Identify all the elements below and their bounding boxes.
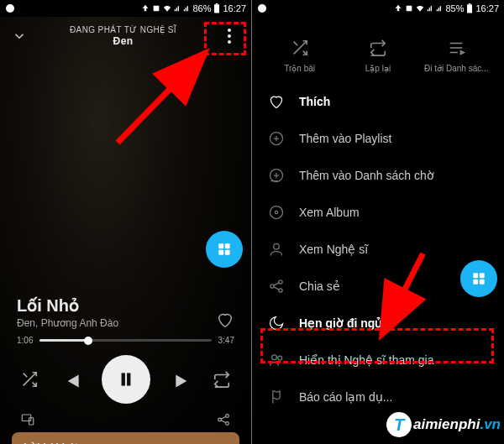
floating-grid-button[interactable]	[460, 260, 497, 297]
moon-icon	[267, 314, 286, 332]
menu-label: Thêm vào Danh sách chờ	[299, 169, 434, 182]
shuffle-button[interactable]	[20, 370, 39, 389]
svg-point-23	[274, 243, 280, 249]
pause-button[interactable]	[102, 355, 150, 404]
share-icon	[267, 277, 286, 295]
svg-rect-2	[214, 4, 219, 13]
like-button[interactable]	[216, 311, 234, 329]
clock: 16:27	[223, 3, 246, 13]
shuffle-icon	[291, 39, 309, 57]
menu-view-artist[interactable]: Xem Nghệ sĩ	[252, 231, 504, 268]
seek-bar[interactable]	[39, 339, 211, 342]
goto-queue-label: Đi tới Danh sác...	[424, 64, 489, 73]
menu-label: Xem Album	[299, 206, 360, 219]
heart-icon	[267, 92, 286, 111]
shuffle-toggle[interactable]: Trộn bài	[260, 39, 338, 73]
svg-rect-17	[467, 4, 472, 13]
svg-point-26	[279, 289, 282, 292]
next-button[interactable]	[172, 370, 191, 389]
battery-icon	[213, 3, 220, 13]
svg-point-28	[278, 356, 282, 360]
repeat-toggle[interactable]: Lặp lại	[339, 39, 417, 73]
svg-rect-29	[473, 273, 478, 278]
svg-point-21	[270, 206, 283, 219]
signal-icon	[174, 4, 181, 13]
wifi-icon	[163, 4, 171, 13]
menu-list: Thích Thêm vào Playlist Thêm vào Danh sá…	[252, 80, 504, 419]
svg-point-0	[6, 4, 14, 13]
more-icon	[228, 29, 231, 44]
report-icon	[267, 388, 286, 406]
now-playing-screen: ĐANG PHÁT TỪ NGHỆ SĨ Đen Lối Nhỏ Đen, Ph…	[0, 17, 251, 444]
share-button[interactable]	[216, 412, 231, 427]
previous-button[interactable]	[60, 370, 79, 389]
menu-add-queue[interactable]: Thêm vào Danh sách chờ	[252, 157, 504, 194]
grid-icon	[470, 270, 487, 287]
context-menu-screen: Trộn bài Lặp lại Đi tới Danh sác... Thíc…	[252, 17, 504, 444]
more-options-button[interactable]	[219, 26, 239, 46]
phone-left: 86% 16:27 ĐANG PHÁT TỪ NGHỆ SĨ Đen	[0, 0, 252, 444]
location-icon	[394, 4, 402, 13]
svg-point-15	[258, 4, 266, 13]
svg-rect-32	[480, 279, 485, 285]
svg-rect-4	[121, 373, 124, 385]
status-bar: 86% 16:27	[0, 0, 251, 17]
menu-sleep-timer[interactable]: Hẹn giờ đi ngủ	[252, 305, 504, 342]
menu-label: Thích	[299, 95, 330, 108]
svg-rect-30	[480, 273, 485, 278]
track-title: Lối Nhỏ	[17, 295, 118, 316]
header-title: Đen	[70, 35, 176, 47]
queue-add-icon	[267, 166, 286, 185]
location-icon	[141, 4, 150, 13]
menu-label: Thêm vào Playlist	[299, 132, 391, 145]
status-bar: 85% 16:27	[252, 0, 504, 17]
menu-label: Hiển thị Nghệ sĩ tham gia	[299, 353, 434, 367]
floating-grid-button[interactable]	[206, 231, 243, 268]
svg-rect-14	[225, 250, 230, 255]
svg-point-9	[226, 415, 229, 418]
nfc-icon	[152, 4, 160, 13]
spotify-icon	[5, 3, 15, 13]
svg-rect-16	[407, 6, 412, 12]
nfc-icon	[405, 4, 413, 13]
header-context: ĐANG PHÁT TỪ NGHỆ SĨ Đen	[70, 25, 176, 47]
grid-icon	[216, 241, 233, 258]
svg-point-27	[272, 355, 277, 360]
svg-rect-31	[473, 279, 478, 285]
goto-queue[interactable]: Đi tới Danh sác...	[417, 39, 495, 73]
svg-point-10	[226, 422, 229, 426]
lyrics-label: Lời bài hát	[24, 441, 78, 444]
menu-label: Chia sẻ	[299, 279, 340, 293]
lyrics-panel[interactable]: Lời bài hát	[12, 432, 239, 444]
svg-rect-12	[225, 243, 230, 248]
watermark-logo: T	[386, 412, 412, 437]
svg-point-22	[275, 211, 277, 213]
menu-like[interactable]: Thích	[252, 83, 504, 120]
watermark-suffix: .vn	[480, 416, 501, 432]
signal-icon	[427, 4, 433, 13]
svg-point-25	[279, 280, 282, 284]
album-icon	[267, 203, 286, 222]
header-subtitle: ĐANG PHÁT TỪ NGHỆ SĨ	[70, 25, 176, 34]
svg-rect-11	[218, 243, 223, 248]
artist-icon	[267, 240, 286, 259]
signal-icon-2	[436, 4, 443, 13]
menu-label: Hẹn giờ đi ngủ	[299, 316, 382, 330]
menu-view-album[interactable]: Xem Album	[252, 194, 504, 231]
collapse-button[interactable]	[12, 29, 27, 44]
menu-label: Xem Nghệ sĩ	[299, 243, 368, 256]
credits-icon	[267, 351, 286, 369]
menu-add-playlist[interactable]: Thêm vào Playlist	[252, 120, 504, 157]
svg-rect-5	[127, 373, 130, 385]
queue-icon	[447, 39, 465, 57]
shuffle-label: Trộn bài	[284, 64, 315, 73]
menu-label: Báo cáo lạm dụ...	[299, 390, 392, 404]
spotify-icon	[257, 3, 267, 13]
battery-percent: 86%	[192, 3, 211, 13]
menu-show-credits[interactable]: Hiển thị Nghệ sĩ tham gia	[252, 342, 504, 379]
svg-rect-3	[216, 3, 218, 4]
time-elapsed: 1:06	[17, 336, 33, 345]
repeat-button[interactable]	[213, 370, 231, 389]
menu-report[interactable]: Báo cáo lạm dụ...	[252, 379, 504, 415]
devices-button[interactable]	[20, 412, 35, 427]
